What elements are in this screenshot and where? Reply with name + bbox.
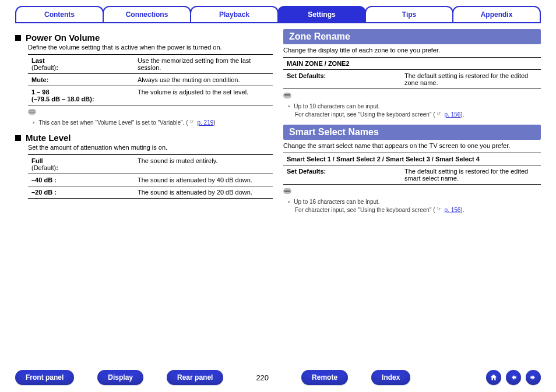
page-ref-link[interactable]: p. 219 xyxy=(198,119,214,126)
table-row: Full(Default): The sound is muted entire… xyxy=(28,155,273,174)
footer-link-rear-panel[interactable]: Rear panel xyxy=(167,370,223,385)
tab-contents[interactable]: Contents xyxy=(15,6,104,22)
table-row: Set Defaults: The default setting is res… xyxy=(283,70,541,89)
cell-key: 1 – 98 xyxy=(31,89,50,96)
page-ref-link[interactable]: p. 156 xyxy=(445,207,461,213)
tab-settings[interactable]: Settings xyxy=(277,6,366,22)
next-page-button[interactable] xyxy=(526,370,541,385)
cell-val: The sound is muted entirely. xyxy=(134,155,273,174)
cell-val: The sound is attenuated by 20 dB down. xyxy=(134,186,273,198)
note-icon xyxy=(28,109,36,115)
note-item: Up to 10 characters can be input. For ch… xyxy=(288,103,541,119)
cell-val: The default setting is restored for the … xyxy=(401,165,541,184)
zone-rename-table: MAIN ZONE / ZONE2 Set Defaults: The defa… xyxy=(283,57,541,89)
footer-link-index[interactable]: Index xyxy=(371,370,410,385)
cell-colon: : xyxy=(56,64,58,71)
footer-link-display[interactable]: Display xyxy=(97,370,143,385)
note-block: Up to 10 characters can be input. For ch… xyxy=(283,93,541,119)
cell-key: Set Defaults: xyxy=(283,70,401,89)
cell-colon: : xyxy=(56,164,58,171)
note-block: This can be set when "Volume Level" is s… xyxy=(28,109,273,127)
arrow-right-icon xyxy=(529,373,537,382)
footer-link-remote[interactable]: Remote xyxy=(301,370,348,385)
table-header: Smart Select 1 / Smart Select 2 / Smart … xyxy=(283,153,541,165)
heading: Mute Level xyxy=(26,133,71,143)
cell-val: Always use the muting on condition. xyxy=(134,74,273,86)
note-block: Up to 16 characters can be input. For ch… xyxy=(283,188,541,214)
section-mute-level: Mute Level xyxy=(15,133,273,143)
section-lead: Change the display title of each zone to… xyxy=(283,47,541,54)
table-row: Last(Default): Use the memorized setting… xyxy=(28,55,273,74)
heading: Power On Volume xyxy=(26,33,100,43)
home-icon xyxy=(490,373,498,382)
power-on-table: Last(Default): Use the memorized setting… xyxy=(28,54,273,105)
tab-tips[interactable]: Tips xyxy=(365,6,453,22)
cell-key-sub: (–79.5 dB – 18.0 dB): xyxy=(31,96,94,103)
page-number: 220 xyxy=(247,373,278,382)
note-icon xyxy=(283,188,291,194)
note-icon xyxy=(283,93,291,98)
note-item: Up to 16 characters can be input. For ch… xyxy=(288,198,541,214)
section-zone-rename: Zone Rename xyxy=(283,29,541,44)
pointer-icon xyxy=(189,121,196,125)
mute-level-table: Full(Default): The sound is muted entire… xyxy=(28,154,273,199)
cell-key: –40 dB : xyxy=(31,176,57,183)
tab-connections[interactable]: Connections xyxy=(103,6,191,22)
table-row: –40 dB : The sound is attenuated by 40 d… xyxy=(28,174,273,186)
section-power-on-volume: Power On Volume xyxy=(15,33,273,43)
table-header: MAIN ZONE / ZONE2 xyxy=(283,58,541,70)
pointer-icon xyxy=(437,208,444,213)
top-tabs: Contents Connections Playback Settings T… xyxy=(0,0,556,22)
cell-key: Full xyxy=(31,157,43,164)
section-lead: Set the amount of attenuation when mutin… xyxy=(28,144,273,151)
section-lead: Change the smart select name that appear… xyxy=(283,142,541,149)
prev-page-button[interactable] xyxy=(506,370,521,385)
cell-val: The default setting is restored for the … xyxy=(401,70,541,89)
cell-val: The sound is attenuated by 40 dB down. xyxy=(134,174,273,186)
footer-link-front-panel[interactable]: Front panel xyxy=(15,370,74,385)
cell-key-sub: (Default) xyxy=(31,64,56,71)
table-row: Set Defaults: The default setting is res… xyxy=(283,165,541,185)
page-ref-link[interactable]: p. 156 xyxy=(445,111,461,118)
table-row: 1 – 98(–79.5 dB – 18.0 dB): The volume i… xyxy=(28,86,273,105)
footer-nav: Front panel Display Rear panel 220 Remot… xyxy=(0,370,556,385)
tab-appendix[interactable]: Appendix xyxy=(452,6,541,22)
arrow-left-icon xyxy=(509,373,518,382)
cell-val: Use the memorized setting from the last … xyxy=(134,55,273,73)
cell-key: Set Defaults: xyxy=(283,165,401,184)
note-item: This can be set when "Volume Level" is s… xyxy=(33,119,273,127)
square-bullet-icon xyxy=(15,135,21,141)
table-row: Mute: Always use the muting on condition… xyxy=(28,74,273,86)
cell-key-sub: (Default) xyxy=(31,164,56,171)
section-lead: Define the volume setting that is active… xyxy=(28,44,273,51)
cell-key: Last xyxy=(31,57,45,64)
pointer-icon xyxy=(437,112,444,117)
cell-val: The volume is adjusted to the set level. xyxy=(134,86,273,105)
tab-playback[interactable]: Playback xyxy=(190,6,279,22)
home-button[interactable] xyxy=(486,370,501,385)
cell-key: Mute: xyxy=(31,76,48,83)
cell-key: –20 dB : xyxy=(31,189,57,196)
section-smart-select-names: Smart Select Names xyxy=(283,125,541,140)
smart-select-table: Smart Select 1 / Smart Select 2 / Smart … xyxy=(283,153,541,185)
table-row: –20 dB : The sound is attenuated by 20 d… xyxy=(28,186,273,199)
square-bullet-icon xyxy=(15,35,21,41)
